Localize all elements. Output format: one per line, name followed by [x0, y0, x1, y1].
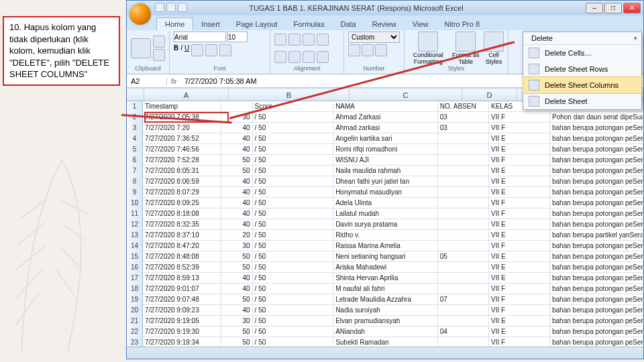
cell[interactable]: NAMA	[333, 101, 438, 112]
cell[interactable]: Ahmad zarkasi	[333, 123, 438, 133]
cell[interactable]: VII F	[489, 198, 550, 208]
cell[interactable]: 7/27/2020 9:19:05	[143, 316, 221, 326]
cell[interactable]: bahan berupa potongan peSerat alam	[550, 326, 643, 337]
cell[interactable]	[221, 101, 253, 112]
paste-icon[interactable]	[131, 38, 151, 58]
cell[interactable]: Angelin kartika sari	[333, 133, 438, 144]
cell[interactable]	[438, 133, 489, 144]
cell[interactable]	[438, 144, 489, 155]
row-header[interactable]: 3	[127, 123, 143, 133]
cell[interactable]	[438, 316, 489, 326]
cell[interactable]: VII E	[489, 273, 550, 284]
row-header[interactable]: 7	[127, 166, 143, 176]
row-header[interactable]: 8	[127, 176, 143, 187]
tab-page-layout[interactable]: Page Layout	[228, 18, 286, 30]
cell[interactable]: Ridho v.	[333, 230, 438, 241]
cell[interactable]	[438, 155, 489, 166]
cell[interactable]: bahan berupa potongan peSerat alam	[550, 219, 643, 230]
row-header[interactable]: 21	[127, 316, 143, 326]
cell[interactable]: VII E	[489, 230, 550, 241]
cell[interactable]: VII E	[489, 251, 550, 262]
cell[interactable]: 7/27/2020 8:06:59	[143, 176, 221, 187]
cell[interactable]: / 50	[253, 273, 334, 284]
percent-icon[interactable]	[362, 44, 374, 56]
cell[interactable]: Adela Ulinta	[333, 198, 438, 208]
cell[interactable]: VII E	[489, 187, 550, 198]
row-header[interactable]: 14	[127, 241, 143, 251]
cell[interactable]: / 50	[253, 241, 334, 251]
currency-icon[interactable]	[348, 44, 360, 56]
cell[interactable]: 7/27/2020 7:36:52	[143, 133, 221, 144]
cell[interactable]: 40	[221, 273, 253, 284]
menu-delete-cells[interactable]: Delete Cells…	[523, 45, 641, 61]
quick-access-toolbar[interactable]	[155, 3, 187, 12]
cell[interactable]: 40	[221, 305, 253, 316]
select-all-corner[interactable]	[127, 89, 144, 101]
cell[interactable]: ANiandah	[333, 326, 438, 337]
row-header[interactable]: 13	[127, 230, 143, 241]
cell[interactable]: bahan berupa potongan peSerat alam	[550, 166, 643, 176]
cell[interactable]: VII E	[489, 262, 550, 273]
format-table[interactable]: Format as Table	[451, 32, 480, 65]
align-mid-icon[interactable]	[288, 34, 301, 46]
row-header[interactable]: 6	[127, 155, 143, 166]
cell[interactable]: bahan berupa potongan peSerat alam	[550, 316, 643, 326]
cell[interactable]: VII F	[489, 284, 550, 294]
row-header[interactable]: 20	[127, 305, 143, 316]
cell[interactable]: VII F	[489, 123, 550, 133]
row-header[interactable]: 9	[127, 187, 143, 198]
cell[interactable]: 30	[221, 241, 253, 251]
row-header[interactable]: 12	[127, 219, 143, 230]
copy-icon[interactable]	[153, 49, 165, 61]
cell[interactable]: 50	[221, 326, 253, 337]
cell[interactable]: VII F	[489, 294, 550, 305]
row-header[interactable]: 22	[127, 326, 143, 337]
tab-home[interactable]: Home	[156, 17, 193, 30]
cell[interactable]: Score	[253, 101, 334, 112]
name-box[interactable]: A2	[127, 77, 167, 85]
row-header[interactable]: 23	[127, 337, 143, 347]
cell[interactable]: 7/27/2020 9:19:34	[143, 337, 221, 347]
cell[interactable]: 03	[438, 112, 489, 123]
cell[interactable]	[438, 208, 489, 219]
cell[interactable]: VII F	[489, 241, 550, 251]
cell[interactable]: Lailatul mudah	[333, 208, 438, 219]
tab-insert[interactable]: Insert	[193, 18, 228, 30]
cell[interactable]: / 50	[253, 251, 334, 262]
cell[interactable]: 30	[221, 316, 253, 326]
font-color-icon[interactable]	[219, 44, 231, 56]
merge-icon[interactable]	[317, 51, 329, 63]
cell[interactable]: VII E	[489, 166, 550, 176]
cell[interactable]: 7/27/2020 8:07:29	[143, 187, 221, 198]
delete-split-button[interactable]: Delete▾	[523, 32, 641, 45]
underline-button[interactable]: U	[184, 44, 189, 56]
cell[interactable]: WISNU AJI	[333, 155, 438, 166]
align-left-icon[interactable]	[274, 51, 286, 63]
cell[interactable]: bahan berupa potongan peSerat alam	[550, 133, 643, 144]
cell[interactable]	[438, 284, 489, 294]
cell[interactable]: 7/27/2020 8:48:08	[143, 251, 221, 262]
cell[interactable]: 7/27/2020 8:47:20	[143, 241, 221, 251]
cell[interactable]	[438, 198, 489, 208]
cell[interactable]: Subekti Ramadan	[333, 337, 438, 347]
bold-button[interactable]: B	[174, 44, 178, 56]
cell[interactable]: VII F	[489, 305, 550, 316]
cell[interactable]: 40	[221, 219, 253, 230]
wrap-icon[interactable]	[317, 34, 329, 46]
cell[interactable]: / 50	[253, 187, 334, 198]
office-button[interactable]	[128, 2, 152, 26]
fx-icon[interactable]: fx	[167, 77, 180, 85]
cell[interactable]: 7/27/2020 8:52:39	[143, 262, 221, 273]
cell[interactable]: VII E	[489, 176, 550, 187]
cell[interactable]: bahan berupa potongan peSerat alam	[550, 241, 643, 251]
cell[interactable]: 20	[221, 230, 253, 241]
fill-color-icon[interactable]	[205, 44, 217, 56]
cell[interactable]: / 50	[253, 337, 334, 347]
cell[interactable]: bahan berupa potongan peSerat alam	[550, 187, 643, 198]
cell[interactable]: 7/27/2020 9:07:48	[143, 294, 221, 305]
cell[interactable]: bahan berupa potongan peSerat alam	[550, 251, 643, 262]
cell[interactable]	[438, 305, 489, 316]
cell[interactable]	[438, 241, 489, 251]
cell[interactable]: VII E	[489, 316, 550, 326]
cell[interactable]: / 50	[253, 155, 334, 166]
